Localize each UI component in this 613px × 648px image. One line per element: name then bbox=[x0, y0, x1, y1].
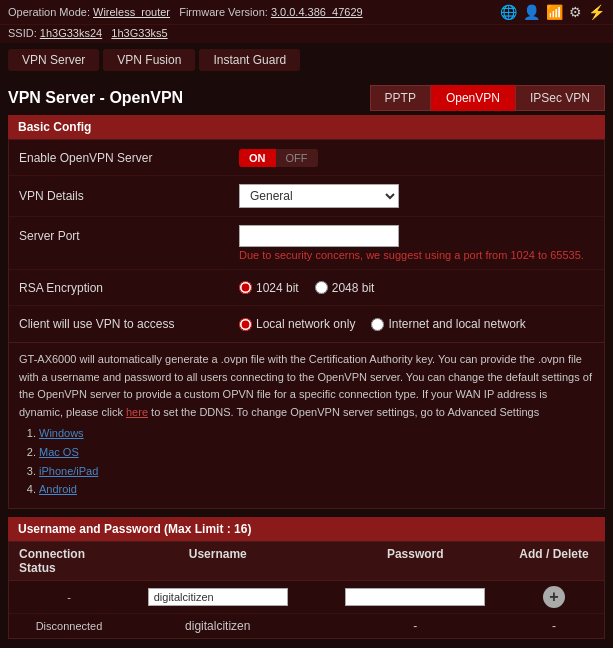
user-icon[interactable]: 👤 bbox=[523, 4, 540, 20]
internet-local-radio[interactable] bbox=[371, 318, 384, 331]
rsa-1024-text: 1024 bit bbox=[256, 281, 299, 295]
row2-status: Disconnected bbox=[19, 620, 119, 632]
toggle-switch: ON OFF bbox=[239, 149, 594, 167]
main-content: Basic Config Enable OpenVPN Server ON OF… bbox=[0, 115, 613, 648]
wifi-icon[interactable]: 📶 bbox=[546, 4, 563, 20]
row1-status: - bbox=[19, 591, 119, 603]
row1-password bbox=[317, 588, 515, 606]
row1-username bbox=[119, 588, 317, 606]
rsa-label: RSA Encryption bbox=[19, 281, 239, 295]
info-text-box: GT-AX6000 will automatically generate a … bbox=[8, 343, 605, 509]
tab-vpn-server[interactable]: VPN Server bbox=[8, 49, 99, 71]
rsa-2048-radio[interactable] bbox=[315, 281, 328, 294]
client-access-row: Client will use VPN to access Local netw… bbox=[9, 306, 604, 342]
server-port-label: Server Port bbox=[19, 229, 239, 243]
row2-password: - bbox=[317, 619, 515, 633]
rsa-1024-label[interactable]: 1024 bit bbox=[239, 281, 299, 295]
row2-add-delete: - bbox=[514, 619, 594, 633]
vpn-details-select[interactable]: General Advanced bbox=[239, 184, 399, 208]
client-access-label: Client will use VPN to access bbox=[19, 317, 239, 331]
enable-openvpn-value: ON OFF bbox=[239, 149, 594, 167]
page-title: VPN Server - OpenVPN bbox=[8, 89, 183, 107]
vpn-details-label: VPN Details bbox=[19, 189, 239, 203]
up-section-header: Username and Password (Max Limit : 16) bbox=[8, 517, 605, 541]
col-header-password: Password bbox=[317, 547, 515, 575]
op-mode-value[interactable]: Wireless_router bbox=[93, 6, 170, 18]
op-mode-label: Operation Mode: bbox=[8, 6, 90, 18]
local-network-text: Local network only bbox=[256, 317, 355, 331]
vpn-type-openvpn[interactable]: OpenVPN bbox=[431, 85, 515, 111]
page-header: VPN Server - OpenVPN PPTP OpenVPN IPSec … bbox=[0, 77, 613, 115]
vpn-details-value: General Advanced bbox=[239, 184, 594, 208]
apply-row: Apply bbox=[8, 639, 605, 648]
list-item-iphone: iPhone/iPad bbox=[39, 463, 594, 481]
col-header-add-delete: Add / Delete bbox=[514, 547, 594, 575]
server-port-input[interactable] bbox=[239, 225, 399, 247]
vpn-type-ipsec[interactable]: IPSec VPN bbox=[515, 85, 605, 111]
list-item-android: Android bbox=[39, 481, 594, 499]
table-row: Disconnected digitalcitizen - - bbox=[9, 614, 604, 638]
client-access-options: Local network only Internet and local ne… bbox=[239, 317, 594, 331]
row1-add: + bbox=[514, 586, 594, 608]
toggle-on[interactable]: ON bbox=[239, 149, 276, 167]
windows-link[interactable]: Windows bbox=[39, 427, 84, 439]
vpn-type-pptp[interactable]: PPTP bbox=[370, 85, 431, 111]
macos-link[interactable]: Mac OS bbox=[39, 446, 79, 458]
up-table: Connection Status Username Password Add … bbox=[8, 541, 605, 639]
top-bar-icons: 🌐 👤 📶 ⚙ ⚡ bbox=[500, 4, 605, 20]
rsa-2048-label[interactable]: 2048 bit bbox=[315, 281, 375, 295]
row1-username-input[interactable] bbox=[148, 588, 288, 606]
table-row: - + bbox=[9, 581, 604, 614]
firmware-label: Firmware Version: bbox=[179, 6, 268, 18]
toggle-off[interactable]: OFF bbox=[276, 149, 318, 167]
power-icon[interactable]: ⚡ bbox=[588, 4, 605, 20]
server-port-row: Server Port Due to security concerns, we… bbox=[9, 217, 604, 270]
tab-instant-guard[interactable]: Instant Guard bbox=[199, 49, 300, 71]
rsa-1024-radio[interactable] bbox=[239, 281, 252, 294]
network-icon[interactable]: 🌐 bbox=[500, 4, 517, 20]
info-paragraph-part2: to set the DDNS. To change OpenVPN serve… bbox=[148, 406, 539, 418]
vpn-type-buttons: PPTP OpenVPN IPSec VPN bbox=[370, 85, 605, 111]
top-bar: Operation Mode: Wireless_router Firmware… bbox=[0, 0, 613, 25]
client-access-radio-group: Local network only Internet and local ne… bbox=[239, 317, 594, 331]
internet-local-label[interactable]: Internet and local network bbox=[371, 317, 525, 331]
list-item-macos: Mac OS bbox=[39, 444, 594, 462]
rsa-options: 1024 bit 2048 bit bbox=[239, 281, 594, 295]
firmware-value[interactable]: 3.0.0.4.386_47629 bbox=[271, 6, 363, 18]
nav-tabs: VPN Server VPN Fusion Instant Guard bbox=[0, 43, 613, 77]
basic-config-header: Basic Config bbox=[8, 115, 605, 139]
local-network-label[interactable]: Local network only bbox=[239, 317, 355, 331]
ssid-1[interactable]: 1h3G33ks24 bbox=[40, 27, 102, 39]
iphone-link[interactable]: iPhone/iPad bbox=[39, 465, 98, 477]
ssid-label: SSID: bbox=[8, 27, 37, 39]
vpn-details-row: VPN Details General Advanced bbox=[9, 176, 604, 217]
settings-icon[interactable]: ⚙ bbox=[569, 4, 582, 20]
server-port-value bbox=[239, 225, 594, 247]
config-table: Enable OpenVPN Server ON OFF VPN Details… bbox=[8, 139, 605, 343]
enable-openvpn-row: Enable OpenVPN Server ON OFF bbox=[9, 140, 604, 176]
port-warning: Due to security concerns, we suggest usi… bbox=[239, 249, 584, 261]
android-link[interactable]: Android bbox=[39, 483, 77, 495]
info-links-list: Windows Mac OS iPhone/iPad Android bbox=[39, 425, 594, 498]
row1-password-input[interactable] bbox=[345, 588, 485, 606]
internet-local-text: Internet and local network bbox=[388, 317, 525, 331]
col-header-username: Username bbox=[119, 547, 317, 575]
rsa-encryption-row: RSA Encryption 1024 bit 2048 bit bbox=[9, 270, 604, 306]
ssid-bar: SSID: 1h3G33ks24 1h3G33ks5 bbox=[0, 25, 613, 43]
enable-openvpn-label: Enable OpenVPN Server bbox=[19, 151, 239, 165]
top-bar-info: Operation Mode: Wireless_router Firmware… bbox=[8, 6, 363, 18]
rsa-radio-group: 1024 bit 2048 bit bbox=[239, 281, 594, 295]
row2-username: digitalcitizen bbox=[119, 619, 317, 633]
tab-vpn-fusion[interactable]: VPN Fusion bbox=[103, 49, 195, 71]
col-header-status: Connection Status bbox=[19, 547, 119, 575]
add-user-button[interactable]: + bbox=[543, 586, 565, 608]
ssid-2[interactable]: 1h3G33ks5 bbox=[111, 27, 167, 39]
list-item-windows: Windows bbox=[39, 425, 594, 443]
up-header-row: Connection Status Username Password Add … bbox=[9, 542, 604, 581]
local-network-radio[interactable] bbox=[239, 318, 252, 331]
here-link[interactable]: here bbox=[126, 406, 148, 418]
rsa-2048-text: 2048 bit bbox=[332, 281, 375, 295]
